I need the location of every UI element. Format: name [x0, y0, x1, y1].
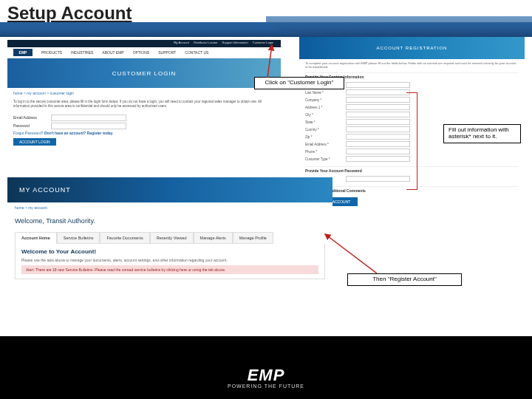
account-login-button[interactable]: ACCOUNT LOGIN — [13, 138, 56, 146]
address-field[interactable] — [346, 104, 410, 110]
tab-manage-profile[interactable]: Manage Profile — [233, 232, 273, 244]
last-name-field[interactable] — [346, 89, 410, 95]
country-field[interactable] — [346, 126, 410, 132]
phone-field[interactable] — [346, 149, 410, 154]
main-nav: EMP PRODUCTS INDUSTRIES ABOUT EMP OPTION… — [7, 47, 281, 58]
slide: Setup Account My Account Distributor Loc… — [0, 0, 532, 399]
footer-brand: EMP — [228, 367, 304, 383]
top-links-bar: My Account Distributor Locator Support I… — [7, 40, 281, 47]
nav-item[interactable]: OPTIONS — [133, 50, 150, 55]
callout-fill-asterisk-info: Fill out information with asterisk* next… — [443, 124, 521, 143]
city-field[interactable] — [346, 112, 410, 117]
field-label: Customer Type * — [305, 157, 346, 161]
field-label: Country * — [305, 128, 346, 132]
password-field[interactable] — [51, 123, 126, 129]
zip-field[interactable] — [346, 134, 410, 140]
field-label: Address 1 * — [305, 106, 346, 109]
nav-item[interactable]: ABOUT EMP — [102, 50, 123, 55]
slide-title: Setup Account — [7, 3, 132, 24]
svg-line-0 — [267, 45, 272, 78]
welcome-heading: Welcome, Transit Authority. — [7, 213, 332, 232]
nav-item[interactable]: CONTACT US — [185, 50, 208, 55]
first-name-field[interactable] — [346, 82, 410, 88]
registration-intro: To complete your account registration wi… — [299, 59, 525, 71]
footer-tagline: POWERING THE FUTURE — [228, 383, 304, 389]
svg-line-1 — [325, 234, 377, 273]
annotation-bracket — [406, 92, 417, 190]
intro-text: To log in to the secure customer area, p… — [7, 98, 281, 110]
field-label: City * — [305, 113, 346, 117]
top-link[interactable]: Support Information — [222, 41, 248, 47]
bottom-decoration: EMP POWERING THE FUTURE — [0, 336, 532, 399]
panel-heading: Welcome to Your Account! — [21, 248, 318, 255]
panel-note: Please use the tabs above to manage your… — [21, 258, 318, 262]
email-field[interactable] — [51, 115, 126, 121]
emp-footer-logo: EMP POWERING THE FUTURE — [228, 367, 304, 389]
hero-my-account: MY ACCOUNT — [7, 177, 332, 202]
top-link[interactable]: Distributor Locator — [194, 41, 218, 47]
email-label: Email Address — [13, 115, 47, 120]
account-panel: Welcome to Your Account! Please use the … — [15, 244, 325, 279]
breadcrumb: home > my account — [7, 202, 332, 213]
register-today-link[interactable]: Don't have an account? Register today. — [44, 131, 113, 135]
annotation-arrow-2 — [318, 231, 384, 279]
password-label: Password — [13, 123, 47, 128]
field-label: Company * — [305, 98, 346, 102]
field-label: State * — [305, 120, 346, 124]
tab-service-bulletins[interactable]: Service Bulletins — [57, 232, 100, 244]
tab-recently-viewed[interactable]: Recently Viewed — [150, 232, 194, 244]
field-label: Last Name * — [305, 91, 346, 95]
screenshot-my-account: MY ACCOUNT home > my account Welcome, Tr… — [7, 177, 332, 314]
hero-customer-login: CUSTOMER LOGIN — [7, 58, 281, 88]
nav-item[interactable]: PRODUCTS — [41, 50, 62, 55]
top-decoration — [0, 22, 532, 37]
nav-item[interactable]: INDUSTRIES — [71, 50, 93, 55]
reg-email-field[interactable] — [346, 141, 410, 147]
reg-password-field[interactable] — [346, 176, 410, 182]
nav-item[interactable]: SUPPORT — [158, 50, 176, 55]
top-link[interactable]: My Account — [174, 41, 189, 47]
screenshot-customer-login: My Account Distributor Locator Support I… — [7, 40, 281, 173]
customer-type-field[interactable] — [346, 156, 410, 162]
emp-logo-small: EMP — [13, 49, 33, 56]
account-tabs: Account Home Service Bulletins Favorite … — [15, 232, 325, 244]
breadcrumb: home > my account > customer login — [7, 88, 281, 98]
forgot-password-link[interactable]: Forgot Password? — [13, 131, 44, 135]
field-label: Phone * — [305, 150, 346, 154]
state-field[interactable] — [346, 119, 410, 125]
field-label: Email Address * — [305, 143, 346, 146]
login-form: Email Address Password Forgot Password? … — [7, 110, 281, 149]
tab-favorite-documents[interactable]: Favorite Documents — [100, 232, 149, 244]
field-label: Zip * — [305, 135, 346, 139]
company-field[interactable] — [346, 97, 410, 103]
tab-manage-alerts[interactable]: Manage Alerts — [194, 232, 233, 244]
annotation-arrow-1 — [251, 41, 281, 81]
tab-account-home[interactable]: Account Home — [15, 232, 57, 244]
hero-account-registration: ACCOUNT REGISTRATION — [299, 37, 525, 59]
service-bulletin-alert: Alert: There are 18 new Service Bulletin… — [21, 265, 318, 274]
